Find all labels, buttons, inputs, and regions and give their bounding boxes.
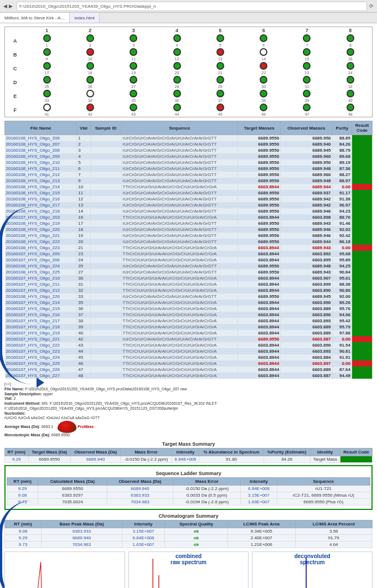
well[interactable] [43,34,51,42]
table-row[interactable]: 20160108_HYS_Oligo_21410TTrCrCrUrUrGrUrA… [5,184,373,190]
well[interactable] [43,76,51,84]
table-row[interactable]: 20160108_HYS_Oligo_21814rUrCrGrUrCrArArG… [5,208,373,214]
well[interactable] [260,76,267,84]
well[interactable] [303,48,311,56]
table-row[interactable]: 20160107_HYS_Oligo_21536TTrCrCrUrUrGrUrA… [5,306,373,312]
table-row[interactable]: 20160107_HYS_Oligo_21637TTrCrCrUrUrGrUrA… [5,312,373,318]
well[interactable] [260,90,267,97]
well[interactable] [347,104,354,111]
refresh-icon[interactable]: ⟳ [369,3,374,9]
well[interactable] [130,90,137,97]
table-row[interactable]: 20160108_HYS_Oligo_21511rUrCrGrUrCrArArG… [5,190,373,196]
well[interactable] [347,76,354,84]
well[interactable] [130,34,137,42]
table-row[interactable]: 20160107_HYS_Oligo_21839TTrCrCrUrUrGrUrA… [5,324,373,330]
well[interactable] [86,48,94,56]
well[interactable] [303,34,311,42]
well[interactable] [216,90,224,97]
table-row[interactable]: 20160108_HYS_Oligo_22119rUrCrGrUrCrArArG… [5,233,373,239]
tab-0[interactable]: Millford, MA to Steve Kirk - A… [0,13,70,23]
well[interactable] [86,90,94,97]
well[interactable] [260,62,267,70]
well[interactable] [347,48,354,56]
well[interactable] [303,90,311,97]
well[interactable] [173,104,181,111]
well[interactable] [173,48,181,56]
well[interactable] [303,104,311,111]
table-row[interactable]: 20160107_HYS_Oligo_22647TTrCrCrUrUrGrUrA… [5,367,373,373]
well[interactable] [130,62,137,70]
table-row[interactable]: 20160107_HYS_Oligo_21738TTrCrCrUrUrGrUrA… [5,318,373,324]
table-row[interactable]: 20160107_HYS_Oligo_21131TTrCrCrUrUrGrUrA… [5,281,373,287]
well[interactable] [43,48,51,56]
table-row[interactable]: 20160107_HYS_Oligo_21940TTrCrCrUrUrGrUrA… [5,330,373,336]
url-bar[interactable]: F:\2016\2016_Oligo\20151203_YEA439_Oligo… [17,2,367,11]
well[interactable] [86,62,94,70]
spectra-row: combined raw spectrum deconvoluted spect… [4,551,373,588]
well[interactable] [303,76,311,84]
well[interactable] [130,48,137,56]
results-table: File NameVialSample IDSequenceTarget Mas… [4,121,373,379]
table-row[interactable]: 20160108_HYS_Oligo_2094rUrCrGrUrCrArArGr… [5,153,373,159]
table-row[interactable]: 20160108_HYS_Oligo_2116rUrCrGrUrCrArArGr… [5,166,373,172]
well[interactable] [43,62,51,70]
well[interactable] [347,34,354,42]
well[interactable] [260,34,267,42]
table-row[interactable]: 20160107_HYS_Oligo_21232TTrCrCrUrUrGrUrA… [5,287,373,293]
nav-back-icon[interactable]: ◀ [3,3,7,9]
well[interactable] [43,104,51,111]
well[interactable] [130,104,137,111]
table-row[interactable]: 20160108_HYS_Oligo_2083rUrCrGrUrCrArArGr… [5,147,373,153]
well[interactable] [347,90,354,97]
well[interactable] [303,62,311,70]
table-row[interactable]: 20160107_HYS_Oligo_21435TTrCrCrUrUrGrUrA… [5,300,373,306]
well[interactable] [347,62,354,70]
table-row[interactable]: 20160107_HYS_Oligo_22142rUrCrGrUrCrArArG… [5,336,373,342]
well[interactable] [173,62,181,70]
chrom-summary-title: Chromatogram Summary [4,513,373,519]
well[interactable] [43,90,51,97]
well[interactable] [173,34,181,42]
back-link[interactable]: [<<] [4,382,11,386]
table-row[interactable]: 20160107_HYS_Oligo_20523TTrCrCrUrUrGrUrA… [5,251,373,257]
table-row[interactable]: 20160108_HYS_Oligo_2072rUrCrGrUrCrArArGr… [5,141,373,147]
tab-1[interactable]: index.html [70,13,99,23]
well[interactable] [130,76,137,84]
well[interactable] [260,48,267,56]
well[interactable] [216,76,224,84]
table-row[interactable]: 20160108_HYS_Oligo_21713rUrCrGrUrCrArArG… [5,202,373,208]
well[interactable] [260,104,267,111]
well[interactable] [86,76,94,84]
well[interactable] [216,34,224,42]
table-row[interactable]: 20160107_HYS_Oligo_21030TTrCrCrUrUrGrUrA… [5,275,373,281]
table-row[interactable]: 20160108_HYS_Oligo_22527rUrCrGrUrCrArArG… [5,269,373,275]
table-row[interactable]: 20160108_HYS_Oligo_21917rUrCrGrUrCrArArG… [5,220,373,226]
table-row[interactable]: 20160108_HYS_Oligo_2105rUrCrGrUrCrArArGr… [5,159,373,166]
table-row[interactable]: 20160108_HYS_Oligo_2127rUrCrGrUrCrArArGr… [5,172,373,178]
table-row[interactable]: 20160108_HYS_Oligo_22220rUrCrGrUrCrArArG… [5,239,373,245]
table-row[interactable]: 20160107_HYS_Oligo_22344TTrCrCrUrUrGrUrA… [5,348,373,354]
table-row[interactable]: 20160107_HYS_Oligo_20316TTrCrCrUrUrGrUrA… [5,214,373,220]
nav-forward-icon[interactable]: ▶ [9,3,13,9]
chromatogram-plot [4,551,125,588]
well[interactable] [216,48,224,56]
well[interactable] [173,90,181,97]
table-row[interactable]: 20160107_HYS_Oligo_22445TTrCrCrUrUrGrUrA… [5,354,373,360]
table-row[interactable]: 20160108_HYS_Oligo_2139rUrCrGrUrCrArArGr… [5,178,373,184]
table-row[interactable]: 20160108_HYS_Oligo_22425rUrCrGrUrCrArArG… [5,263,373,269]
well[interactable] [86,104,94,111]
well[interactable] [216,62,224,70]
table-row[interactable]: 20160108_HYS_Oligo_2061rUrCrGrUrCrArArGr… [5,135,373,142]
table-row[interactable]: 20160108_HYS_Oligo_22633rUrCrGrUrCrArArG… [5,293,373,300]
table-row[interactable]: 20160107_HYS_Oligo_22748TTrCrCrUrUrGrUrA… [5,373,373,379]
table-row[interactable]: 20160107_HYS_Oligo_22546TTrCrCrUrUrGrUrA… [5,360,373,367]
well[interactable] [173,76,181,84]
table-row[interactable]: 20160107_HYS_Oligo_20624TTrCrCrUrUrGrUrA… [5,257,373,263]
well[interactable] [86,34,94,42]
table-row[interactable]: 20160108_HYS_Oligo_22321TTrCrCrUrUrGrUrA… [5,245,373,251]
table-row[interactable]: 20160107_HYS_Oligo_22243TTrCrCrUrUrGrUrA… [5,342,373,348]
table-row[interactable]: 20160108_HYS_Oligo_22018rUrCrGrUrCrArArG… [5,226,373,233]
table-row[interactable]: 20160108_HYS_Oligo_21612rUrCrGrUrCrArArG… [5,196,373,202]
well[interactable] [216,104,224,111]
target-summary-title: Target Mass Summary [4,441,373,447]
